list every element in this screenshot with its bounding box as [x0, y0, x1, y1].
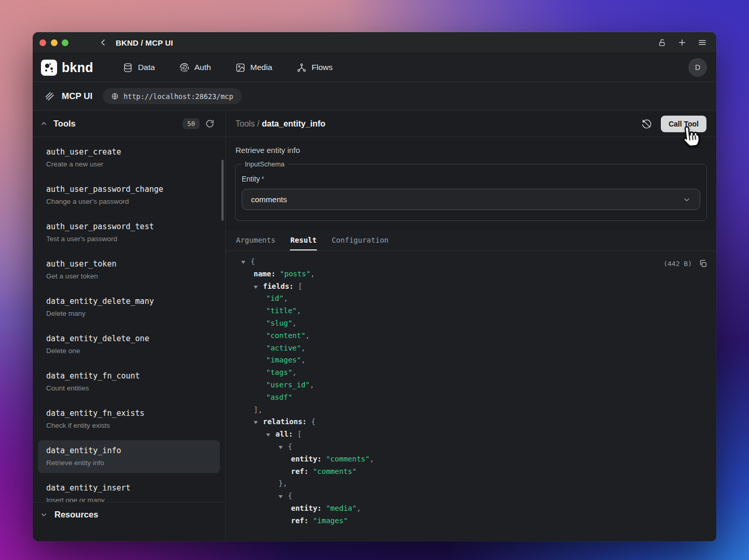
hamburger-menu-icon [698, 38, 707, 47]
tool-name: data_entity_delete_many [46, 296, 212, 307]
resources-title: Resources [54, 510, 98, 520]
call-tool-button[interactable]: Call Tool [661, 116, 706, 132]
resources-section-header[interactable]: Resources [33, 502, 225, 527]
sidebar-item-auth_user_password_change[interactable]: auth_user_password_change Change a user'… [38, 179, 220, 212]
input-schema-legend: InputSchema [242, 160, 288, 168]
image-icon [235, 63, 245, 73]
json-line: ref: "images" [241, 515, 716, 527]
mcp-url-pill[interactable]: http://localhost:28623/mcp [103, 88, 241, 104]
nav-item-flows[interactable]: Flows [297, 63, 332, 73]
breadcrumb-section[interactable]: Tools [235, 119, 255, 128]
title-bar: BKND / MCP UI [33, 32, 716, 53]
tool-name: auth_user_create [46, 147, 212, 158]
menu-button[interactable] [698, 38, 707, 47]
tools-title: Tools [53, 119, 76, 129]
json-line: "active", [241, 342, 716, 355]
tool-summary: Retrieve entity info [235, 146, 706, 155]
tab-arguments[interactable]: Arguments [235, 230, 276, 250]
collapse-triangle-icon[interactable] [254, 281, 263, 293]
tab-result[interactable]: Result [290, 230, 317, 250]
json-line: { [241, 441, 716, 453]
json-line: entity: "comments", [241, 453, 716, 466]
fingerprint-icon [179, 63, 189, 73]
tab-configuration[interactable]: Configuration [331, 230, 389, 250]
chevron-left-icon [99, 38, 108, 47]
tools-section-header[interactable]: Tools 50 [33, 111, 225, 137]
main-header: Tools / data_entity_info Call Tool [226, 111, 716, 137]
sidebar-item-data_entity_fn_count[interactable]: data_entity_fn_count Count entities [38, 366, 220, 398]
user-avatar[interactable]: D [688, 58, 707, 77]
nav-item-label: Flows [312, 63, 332, 72]
chevron-up-icon [40, 120, 48, 128]
json-line: entity: "media", [241, 502, 716, 515]
json-line: ref: "comments" [241, 466, 716, 478]
nav-item-media[interactable]: Media [235, 63, 272, 73]
input-schema-fieldset: InputSchema Entity* comments [235, 160, 707, 221]
nav-item-auth[interactable]: Auth [179, 63, 211, 73]
main-panel: Tools / data_entity_info Call Tool Retri… [226, 111, 716, 541]
sidebar-item-data_entity_fn_exists[interactable]: data_entity_fn_exists Check if entity ex… [38, 403, 220, 436]
app-nav-bar: bknd Data Auth Media Flows D [33, 53, 716, 82]
nav-items: Data Auth Media Flows [123, 63, 332, 73]
zoom-button[interactable] [62, 39, 68, 46]
entity-label-text: Entity [242, 175, 260, 183]
history-toggle-button[interactable] [641, 118, 652, 129]
tool-name: auth_user_password_change [46, 184, 212, 195]
json-line: "asdf" [241, 391, 716, 404]
nav-item-data[interactable]: Data [123, 63, 155, 73]
json-line: "users_id", [241, 379, 716, 391]
breadcrumb-separator: / [255, 119, 261, 128]
tools-sidebar: Tools 50 auth_user_create Create a new u… [33, 111, 226, 541]
required-asterisk: * [261, 175, 264, 183]
close-button[interactable] [39, 39, 46, 46]
collapse-triangle-icon[interactable] [279, 490, 288, 502]
plus-icon [677, 38, 687, 47]
tool-description: Delete many [46, 309, 212, 318]
app-window: BKND / MCP UI bknd [33, 32, 716, 541]
collapse-triangle-icon[interactable] [266, 428, 275, 441]
entity-select[interactable]: comments [242, 189, 700, 210]
chevron-down-icon [40, 511, 48, 519]
sidebar-item-data_entity_delete_many[interactable]: data_entity_delete_many Delete many [38, 291, 220, 324]
collapse-triangle-icon[interactable] [241, 256, 251, 268]
sidebar-item-data_entity_insert[interactable]: data_entity_insert Insert one or many [38, 478, 220, 502]
chevron-down-icon [683, 195, 691, 204]
mcp-bar: MCP UI http://localhost:28623/mcp [33, 82, 716, 111]
brand-logo[interactable]: bknd [41, 60, 93, 76]
sidebar-scrollbar[interactable] [221, 160, 224, 221]
nav-item-label: Media [251, 63, 272, 72]
result-meta: (442 B) [663, 258, 708, 270]
json-line: "title", [241, 305, 716, 317]
breadcrumb: Tools / data_entity_info [235, 119, 325, 129]
unlock-icon [658, 38, 667, 47]
brand-name: bknd [62, 60, 93, 75]
json-line: "images", [241, 354, 716, 367]
result-size-badge: (442 B) [663, 258, 692, 270]
entity-field-label: Entity* [242, 175, 700, 183]
avatar-initial: D [695, 63, 700, 72]
minimize-button[interactable] [51, 39, 58, 46]
json-line: fields: [ [241, 281, 716, 293]
back-button[interactable] [99, 38, 108, 47]
result-panel: ArgumentsResultConfiguration (442 B) {na… [226, 230, 716, 541]
sidebar-item-auth_user_token[interactable]: auth_user_token Get a user token [38, 254, 220, 286]
tools-list: auth_user_create Create a new user auth_… [33, 137, 225, 502]
sidebar-item-data_entity_info[interactable]: data_entity_info Retrieve entity info [38, 440, 220, 473]
sidebar-item-auth_user_password_test[interactable]: auth_user_password_test Test a user's pa… [38, 216, 220, 249]
new-tab-button[interactable] [677, 38, 687, 47]
tool-description: Change a user's password [46, 197, 212, 206]
collapse-triangle-icon[interactable] [279, 441, 288, 453]
copy-button[interactable] [699, 259, 708, 268]
sidebar-item-data_entity_delete_one[interactable]: data_entity_delete_one Delete one [38, 328, 220, 361]
refresh-button[interactable] [205, 119, 214, 128]
tool-description: Retrieve entity info [46, 458, 212, 468]
json-line: }, [241, 478, 716, 490]
json-line: name: "posts", [241, 268, 716, 281]
lock-button[interactable] [658, 38, 667, 47]
sidebar-item-auth_user_create[interactable]: auth_user_create Create a new user [38, 142, 220, 174]
database-icon [123, 63, 133, 73]
refresh-icon [205, 119, 214, 128]
tab-bar: ArgumentsResultConfiguration [226, 230, 716, 251]
history-off-icon [641, 118, 652, 129]
collapse-triangle-icon[interactable] [254, 416, 263, 428]
